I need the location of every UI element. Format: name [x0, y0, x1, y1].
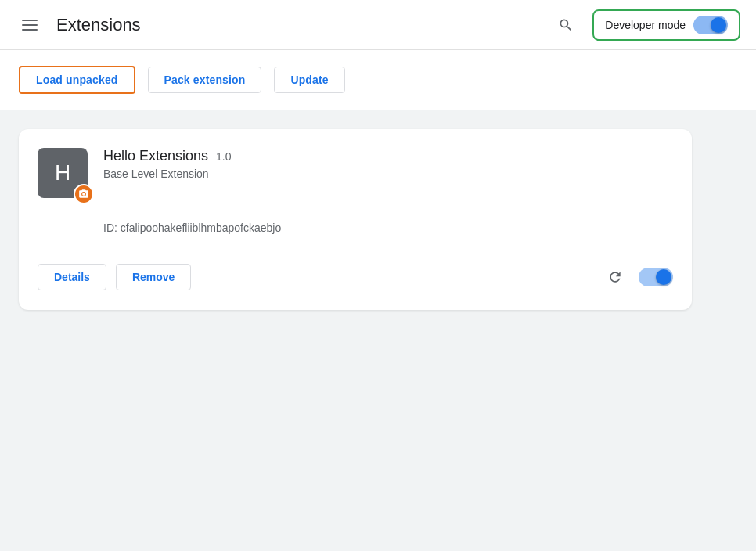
menu-icon[interactable]: [16, 13, 44, 37]
extension-badge: [74, 184, 94, 204]
reload-button[interactable]: [601, 263, 629, 291]
extension-name-row: Hello Extensions 1.0: [103, 148, 673, 164]
toggle-thumb: [711, 17, 726, 33]
search-icon: [558, 17, 574, 33]
developer-mode-label: Developer mode: [605, 19, 686, 31]
page-title: Extensions: [56, 15, 141, 35]
developer-mode-container: Developer mode: [592, 9, 740, 41]
extension-description: Base Level Extension: [103, 167, 673, 180]
card-bottom: Details Remove: [38, 250, 673, 291]
extension-id: ID: cfalipoohakefliiblhmbapofckaebjo: [103, 221, 673, 234]
extension-name: Hello Extensions: [103, 148, 208, 164]
search-button[interactable]: [552, 11, 580, 39]
header-right: Developer mode: [552, 9, 740, 41]
remove-button[interactable]: Remove: [116, 264, 191, 290]
details-button[interactable]: Details: [38, 264, 106, 290]
reload-icon: [607, 269, 623, 285]
toolbar: Load unpacked Pack extension Update: [0, 50, 756, 110]
pack-extension-button[interactable]: Pack extension: [148, 67, 262, 93]
update-button[interactable]: Update: [274, 67, 344, 93]
camera-icon: [78, 189, 89, 200]
extension-card: H Hello Extensions 1.0 Base Level Extens…: [19, 129, 692, 310]
extension-info: Hello Extensions 1.0 Base Level Extensio…: [103, 148, 673, 180]
load-unpacked-button[interactable]: Load unpacked: [19, 66, 135, 94]
developer-mode-toggle[interactable]: [693, 16, 728, 34]
main-content: H Hello Extensions 1.0 Base Level Extens…: [0, 110, 756, 329]
card-top: H Hello Extensions 1.0 Base Level Extens…: [38, 148, 673, 198]
header-left: Extensions: [16, 13, 141, 37]
extension-toggle-thumb: [656, 269, 671, 285]
extension-icon-wrapper: H: [38, 148, 88, 198]
extension-version: 1.0: [216, 150, 231, 163]
header: Extensions Developer mode: [0, 0, 756, 50]
extension-toggle[interactable]: [639, 268, 673, 286]
